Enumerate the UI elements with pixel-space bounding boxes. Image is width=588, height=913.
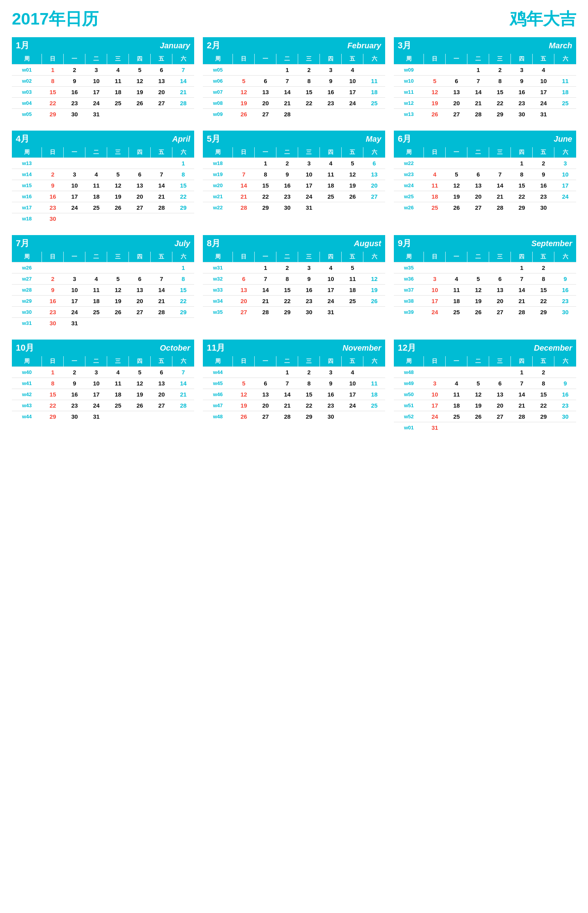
table-cell: 3: [424, 273, 446, 285]
table-cell: [233, 158, 255, 169]
table-cell: 7: [172, 367, 194, 378]
table-cell: w14: [12, 169, 42, 180]
table-cell: w18: [203, 158, 233, 169]
table-cell: w45: [203, 378, 233, 389]
table-cell: 15: [298, 389, 320, 400]
col-header-四: 四: [320, 54, 342, 65]
table-row: w41891011121314: [12, 378, 194, 389]
calendars-grid: 1月January周日一二三四五六w011234567w028910111213…: [12, 37, 576, 433]
table-cell: w50: [394, 389, 424, 400]
table-cell: [107, 158, 129, 169]
table-cell: 12: [233, 389, 255, 400]
table-cell: [424, 158, 446, 169]
table-cell: 25: [342, 296, 363, 307]
table-cell: 28: [151, 202, 172, 213]
table-cell: w35: [394, 262, 424, 273]
table-cell: 23: [554, 400, 576, 411]
table-cell: 24: [424, 411, 446, 422]
table-cell: 19: [342, 180, 363, 191]
table-cell: [151, 213, 172, 224]
table-cell: 10: [342, 76, 363, 87]
table-cell: 2: [298, 367, 320, 378]
table-row: w1616171819202122: [12, 191, 194, 202]
table-cell: 12: [129, 76, 151, 87]
table-cell: 4: [342, 367, 363, 378]
table-cell: 30: [42, 318, 64, 329]
table-cell: w30: [12, 307, 42, 318]
table-cell: 31: [85, 411, 107, 422]
col-header-一: 一: [446, 54, 467, 65]
col-header-一: 一: [255, 147, 276, 158]
table-cell: 26: [467, 307, 489, 318]
table-cell: 10: [85, 76, 107, 87]
title-left: 2017年日历: [12, 8, 98, 30]
table-cell: 24: [298, 191, 320, 202]
table-row: w142345678: [12, 169, 194, 180]
table-cell: 20: [233, 296, 255, 307]
col-header-周: 周: [12, 252, 42, 262]
table-cell: [107, 109, 129, 120]
table-cell: [42, 158, 64, 169]
table-cell: 23: [554, 296, 576, 307]
table-cell: [172, 213, 194, 224]
table-cell: 8: [172, 273, 194, 285]
month-table-4: 周日一二三四五六w131w142345678w159101112131415w1…: [12, 147, 194, 224]
month-cn-name: 11月: [207, 342, 225, 354]
table-cell: 3: [554, 158, 576, 169]
table-cell: 1: [511, 367, 533, 378]
table-cell: [533, 422, 554, 433]
month-table-12: 周日一二三四五六w4812w493456789w5010111213141516…: [394, 356, 576, 433]
table-cell: 2: [276, 158, 298, 169]
table-cell: w05: [203, 65, 233, 76]
table-cell: [151, 109, 172, 120]
table-cell: [172, 318, 194, 329]
table-cell: 19: [446, 191, 467, 202]
col-header-五: 五: [342, 54, 363, 65]
table-cell: w29: [12, 296, 42, 307]
table-cell: [298, 109, 320, 120]
table-cell: 18: [446, 296, 467, 307]
table-cell: [151, 158, 172, 169]
table-cell: 10: [64, 180, 85, 191]
month-block-4: 4月April周日一二三四五六w131w142345678w1591011121…: [12, 131, 194, 224]
table-row: w1112131415161718: [394, 87, 576, 98]
table-cell: 9: [64, 76, 85, 87]
table-cell: 5: [467, 273, 489, 285]
table-cell: 12: [446, 180, 467, 191]
table-cell: 23: [533, 191, 554, 202]
col-header-四: 四: [320, 252, 342, 262]
table-cell: [424, 262, 446, 273]
table-cell: 16: [64, 87, 85, 98]
table-cell: [85, 318, 107, 329]
table-row: w091234: [394, 65, 576, 76]
month-block-7: 7月July周日一二三四五六w261w272345678w28910111213…: [12, 235, 194, 328]
table-cell: 8: [42, 378, 64, 389]
table-cell: 3: [424, 378, 446, 389]
table-cell: [363, 262, 385, 273]
table-cell: 15: [276, 285, 298, 296]
table-cell: 10: [424, 285, 446, 296]
table-cell: [107, 318, 129, 329]
table-cell: w26: [394, 202, 424, 213]
month-header-10: 10月October: [12, 340, 194, 356]
table-row: w13262728293031: [394, 109, 576, 120]
table-cell: 29: [298, 411, 320, 422]
table-cell: 9: [320, 76, 342, 87]
table-row: w1219202122232425: [394, 98, 576, 109]
table-cell: w10: [394, 76, 424, 87]
table-cell: 27: [151, 400, 172, 411]
title-right: 鸡年大吉: [510, 8, 576, 30]
table-cell: w22: [203, 202, 233, 213]
table-cell: 25: [446, 307, 467, 318]
table-cell: 29: [42, 109, 64, 120]
month-header-7: 7月July: [12, 235, 194, 252]
table-cell: 24: [554, 191, 576, 202]
table-cell: 16: [554, 389, 576, 400]
table-cell: 4: [446, 273, 467, 285]
table-cell: 11: [85, 180, 107, 191]
col-header-二: 二: [276, 252, 298, 262]
table-cell: 12: [129, 378, 151, 389]
table-cell: 20: [489, 400, 511, 411]
month-cn-name: 9月: [398, 237, 411, 249]
table-cell: 26: [446, 202, 467, 213]
